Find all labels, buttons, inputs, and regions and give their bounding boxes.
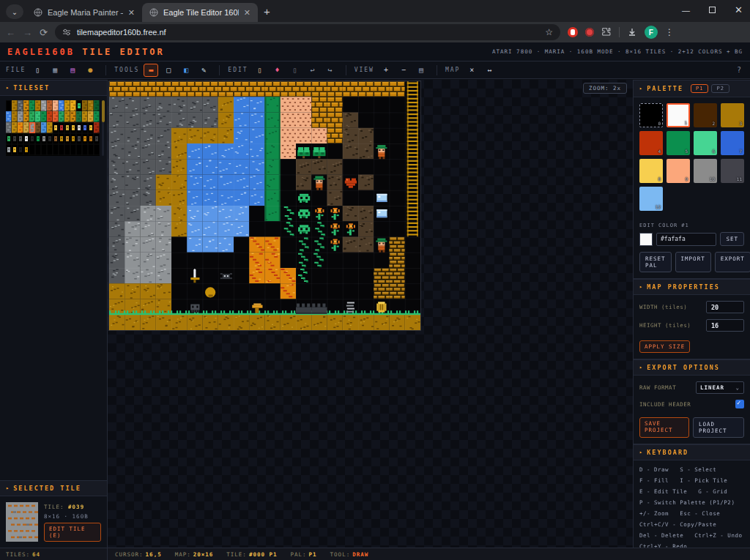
tab-title: Eagle Tile Editor 160B (163, 8, 239, 17)
redo-icon[interactable]: ↪ (323, 64, 338, 77)
grid-toggle-icon[interactable]: ▤ (414, 64, 428, 77)
keyboard-shortcut-line: P - Switch Palette (P1/P2) (639, 499, 744, 506)
fill-tool-icon[interactable]: ◧ (179, 64, 193, 77)
tileset-section-header[interactable]: ▸ TILESET (0, 80, 107, 96)
hex-color-input[interactable] (656, 233, 716, 246)
palette-swatch-10[interactable]: 10 (694, 159, 717, 183)
forward-icon[interactable]: → (23, 27, 32, 38)
load-project-button[interactable]: LOAD PROJECT (693, 417, 744, 438)
palette-swatch-5[interactable]: 5 (667, 131, 690, 155)
browser-menu-icon[interactable]: ⋮ (665, 27, 674, 37)
reset-palette-button[interactable]: RESET PAL (639, 252, 672, 272)
paste-icon[interactable]: ▯ (253, 64, 267, 77)
browser-tab-1[interactable]: Eagle Maria Painter — Atari 78 ✕ (26, 3, 142, 22)
selected-tile-section-header[interactable]: ▸ SELECTED TILE (0, 480, 107, 496)
tab-strip: ⌄ Eagle Maria Painter — Atari 78 ✕ Eagle… (0, 0, 750, 22)
map-height-input[interactable]: 16 (706, 319, 744, 332)
edit-tile-button[interactable]: EDIT TILE (E) (44, 523, 101, 542)
undo-icon[interactable]: ↩ (305, 64, 320, 77)
tab-close-icon[interactable]: ✕ (244, 8, 250, 18)
recording-indicator-icon[interactable] (585, 28, 594, 37)
refresh-icon[interactable]: ⟳ (40, 27, 48, 38)
palette-swatch-9[interactable]: 9 (667, 159, 690, 183)
palette-swatch-1[interactable]: 1 (667, 103, 690, 127)
url-text: tilemapeditor160b.free.nf (77, 28, 166, 37)
palette-p2-button[interactable]: P2 (711, 84, 729, 93)
tileset-scrollbar[interactable] (102, 100, 104, 156)
save-project-button[interactable]: SAVE PROJECT (639, 417, 689, 438)
window-maximize-button[interactable] (709, 7, 716, 13)
status-tile: TILE:#000 P1 (226, 551, 277, 558)
palette-swatch-11[interactable]: 11 (721, 159, 744, 183)
toolbar-label: EDIT (228, 67, 248, 73)
map-canvas[interactable] (109, 81, 420, 330)
palette-swatch-12[interactable]: 12 (639, 187, 663, 211)
address-bar[interactable]: tilemapeditor160b.free.nf ☆ (55, 24, 560, 40)
bookmark-star-icon[interactable]: ☆ (545, 27, 553, 37)
window-minimize-button[interactable]: — (682, 6, 690, 15)
palette-section-header[interactable]: ▸ PALETTE P1 P2 (634, 80, 750, 97)
palette-swatches: 0123456789101112 (639, 103, 744, 211)
palette-swatch-6[interactable]: 6 (694, 131, 717, 155)
tileset-grid[interactable] (6, 100, 100, 156)
pin-icon[interactable]: ♦ (270, 64, 285, 77)
map-width-input[interactable]: 20 (706, 301, 744, 313)
zoom-out-icon[interactable]: − (396, 64, 411, 77)
palette-swatch-0[interactable]: 0 (639, 103, 663, 127)
status-cursor: CURSOR:16,5 (115, 551, 162, 558)
select-tool-icon[interactable]: □ (161, 64, 176, 77)
raw-format-label: RAW FORMAT (639, 384, 676, 391)
map-viewport: ZOOM: 2x (108, 80, 633, 548)
palette-swatch-7[interactable]: 7 (721, 131, 744, 155)
browser-chrome: ⌄ Eagle Maria Painter — Atari 78 ✕ Eagle… (0, 0, 750, 42)
export-palette-button[interactable]: EXPORT (715, 252, 750, 272)
palette-swatch-4[interactable]: 4 (639, 131, 663, 155)
downloads-icon[interactable] (627, 27, 637, 37)
globe-favicon (149, 8, 158, 17)
export-options-section-header[interactable]: ▸ EXPORT OPTIONS (634, 359, 750, 376)
palette-swatch-8[interactable]: 8 (639, 159, 663, 183)
extensions-puzzle-icon[interactable] (601, 27, 612, 37)
draw-tool-icon[interactable]: ▬ (144, 64, 158, 77)
tab-close-icon[interactable]: ✕ (128, 8, 135, 18)
zoom-in-icon[interactable]: + (379, 64, 393, 77)
tab-search-button[interactable]: ⌄ (6, 4, 23, 19)
help-button[interactable]: ? (737, 66, 744, 74)
open-icon[interactable]: ● (83, 64, 97, 77)
keyboard-shortcut-line: Del - Delete Ctrl+Z - Undo (639, 532, 744, 539)
keyboard-section-header[interactable]: ▸ KEYBOARD (634, 444, 750, 460)
window-close-button[interactable]: ✕ (735, 4, 743, 15)
map-properties-section-header[interactable]: ▸ MAP PROPERTIES (634, 279, 750, 295)
palette-swatch-3[interactable]: 3 (721, 103, 744, 127)
include-header-label: INCLUDE HEADER (639, 401, 691, 408)
site-settings-icon[interactable] (62, 28, 71, 37)
save-icon[interactable]: ▤ (65, 64, 80, 77)
selected-tile-preview (6, 502, 38, 542)
tile-editor-app: EAGLE160B TILE EDITOR ATARI 7800 · MARIA… (0, 42, 750, 560)
set-color-button[interactable]: SET (720, 232, 744, 246)
tileset-grid-icon[interactable]: ▦ (48, 64, 62, 77)
brush-tool-icon[interactable]: ✎ (196, 64, 211, 77)
trash-icon[interactable]: ▯ (288, 64, 302, 77)
import-palette-button[interactable]: IMPORT (675, 252, 711, 272)
apply-size-button[interactable]: APPLY SIZE (639, 340, 690, 353)
toolbar-group-edit: EDIT▯♦▯↩↪ (228, 64, 337, 77)
raw-format-select[interactable]: LINEAR ⌄ (696, 381, 744, 394)
palette-p1-button[interactable]: P1 (691, 84, 708, 93)
toolbar-group-map: MAP×↔ (445, 64, 497, 77)
include-header-checkbox[interactable] (735, 400, 744, 408)
new-file-icon[interactable]: ▯ (30, 64, 45, 77)
triangle-icon: ▸ (6, 85, 9, 91)
left-panel: ▸ TILESET ▸ SELECTED TILE TILE: #039 8×1… (0, 80, 108, 548)
keyboard-title: KEYBOARD (647, 449, 688, 456)
palette-swatch-2[interactable]: 2 (694, 103, 717, 127)
new-tab-button[interactable]: + (264, 5, 270, 18)
clear-map-icon[interactable]: × (464, 64, 479, 77)
edit-color-chip[interactable] (639, 233, 653, 246)
resize-map-icon[interactable]: ↔ (482, 64, 497, 77)
extension-icon-red[interactable] (568, 27, 578, 37)
keyboard-shortcuts: D - Draw S - SelectF - Fill I - Pick Til… (634, 460, 750, 548)
browser-tab-2-active[interactable]: Eagle Tile Editor 160B ✕ (142, 3, 258, 22)
back-icon[interactable]: ← (6, 27, 15, 38)
profile-avatar[interactable]: F (645, 26, 658, 39)
